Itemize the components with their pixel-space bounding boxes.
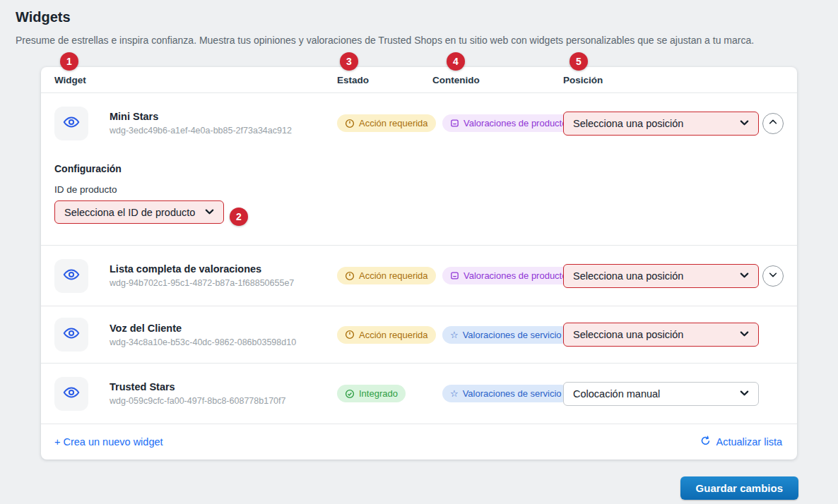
table-row: Mini Stars wdg-3edc49b6-a1ef-4e0a-bb85-2… [41,93,797,153]
content-badge: Valoraciones de producto [442,114,574,132]
chevron-up-icon [768,117,778,130]
table-row: Voz del Cliente wdg-34c8a10e-b53c-40dc-9… [41,306,797,363]
product-box-icon [450,119,459,128]
preview-eye-button[interactable] [54,318,88,352]
widget-id: wdg-059c9cfc-fa00-497f-8bc8-608778b170f7 [110,396,285,406]
save-changes-button[interactable]: Guardar cambios [680,476,798,500]
product-id-select[interactable]: Selecciona el ID de producto [54,200,224,224]
widgets-card: 1 2 3 4 5 Widget Estado Contenido Posici… [41,67,797,460]
widget-id: wdg-94b702c1-95c1-4872-b87a-1f68850655e7 [110,278,294,288]
config-title: Configuración [54,163,784,174]
annotation-badge-2: 2 [230,208,248,226]
product-box-icon [450,271,459,280]
chevron-down-icon [204,206,215,219]
preview-eye-button[interactable] [54,377,88,411]
table-row: Trusted Stars wdg-059c9cfc-fa00-497f-8bc… [41,364,797,424]
chevron-down-icon [768,270,778,282]
widget-row-voz-del-cliente: Voz del Cliente wdg-34c8a10e-b53c-40dc-9… [41,306,797,364]
column-header-widget: Widget [54,75,337,85]
chevron-down-icon [739,270,750,282]
widget-name: Voz del Cliente [110,323,296,334]
preview-eye-button[interactable] [54,259,88,293]
annotation-badge-1: 1 [60,52,78,71]
actions-bar: Guardar cambios [16,476,798,500]
content-badge: Valoraciones de producto [442,267,574,284]
status-badge: Integrado [337,385,406,402]
eye-icon [63,325,80,344]
collapse-row-button[interactable] [762,113,784,134]
chevron-down-icon [739,328,750,341]
clock-icon [345,119,355,128]
create-widget-link[interactable]: + Crea un nuevo widget [54,436,163,448]
status-badge: Acción requerida [337,114,436,132]
expand-row-button[interactable] [762,265,784,287]
position-select[interactable]: Selecciona una posición [563,323,759,347]
table-header: Widget Estado Contenido Posición [41,67,797,93]
product-id-label: ID de producto [54,184,784,195]
widget-id: wdg-34c8a10e-b53c-40dc-9862-086b03598d10 [110,337,296,347]
star-icon: ☆ [450,389,459,398]
star-icon: ☆ [450,330,459,340]
content-badge: ☆ Valoraciones de servicio [442,326,570,344]
check-circle-icon [345,389,355,399]
widget-name: Lista completa de valoraciones [110,263,294,275]
widget-row-lista-completa: Lista completa de valoraciones wdg-94b70… [41,246,797,306]
eye-icon [63,266,80,286]
status-badge: Acción requerida [337,267,436,284]
position-select[interactable]: Colocación manual [563,382,759,406]
chevron-down-icon [739,117,750,130]
column-header-contenido: Contenido [432,75,563,85]
status-badge: Acción requerida [337,326,436,344]
widget-name: Mini Stars [110,111,292,122]
widget-name: Trusted Stars [110,381,285,392]
annotation-badge-4: 4 [447,52,465,71]
widget-id: wdg-3edc49b6-a1ef-4e0a-bb85-2f73a34ac912 [110,126,292,136]
column-header-posicion: Posición [563,75,759,85]
refresh-icon [700,436,711,448]
annotation-badge-5: 5 [570,52,588,71]
refresh-list-link[interactable]: Actualizar lista [700,436,782,448]
widget-config-section: Configuración ID de producto Selecciona … [41,153,797,245]
eye-icon [63,114,80,133]
position-select[interactable]: Selecciona una posición [563,264,759,288]
preview-eye-button[interactable] [54,107,88,140]
widgets-page: Widgets Presume de estrellas e inspira c… [0,0,838,500]
annotation-badge-3: 3 [340,52,358,71]
chevron-down-icon [739,388,750,400]
page-subtitle: Presume de estrellas e inspira confianza… [16,35,822,46]
page-title: Widgets [16,9,822,25]
table-row: Lista completa de valoraciones wdg-94b70… [41,246,797,306]
clock-icon [345,271,355,281]
clock-icon [345,330,355,340]
eye-icon [63,384,80,404]
card-footer: + Crea un nuevo widget Actualizar lista [41,424,797,460]
column-header-estado: Estado [337,75,432,85]
widget-row-trusted-stars: Trusted Stars wdg-059c9cfc-fa00-497f-8bc… [41,364,797,424]
position-select[interactable]: Selecciona una posición [563,112,759,136]
content-badge: ☆ Valoraciones de servicio [442,385,570,402]
widget-row-mini-stars: Mini Stars wdg-3edc49b6-a1ef-4e0a-bb85-2… [41,93,797,246]
